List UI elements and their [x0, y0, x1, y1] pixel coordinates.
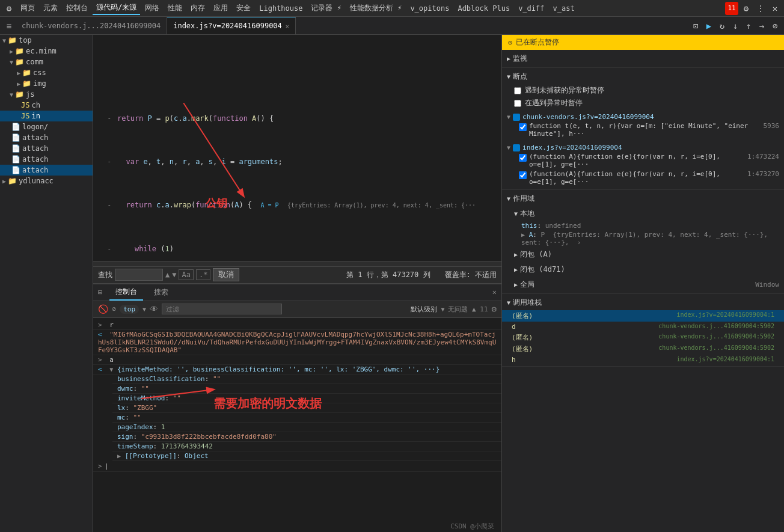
toolbar-sources[interactable]: 源代码/来源 — [93, 1, 140, 15]
closure-a-label: 闭包 (A) — [520, 249, 552, 260]
field-sign: sign: "c9931b3d8f222bbcebfacde8fdd0fa80" — [112, 432, 501, 442]
callstack-header[interactable]: ▼ 调用堆栈 — [502, 295, 784, 310]
close-console-icon[interactable]: ✕ — [492, 288, 497, 296]
tree-item-js[interactable]: ▼ 📁 js — [0, 89, 93, 100]
filter-dropdown-icon[interactable]: ▼ — [142, 306, 146, 313]
breakpoint-arrow-index[interactable]: ▼ — [507, 144, 510, 151]
tree-item-in[interactable]: JS in — [0, 111, 93, 121]
tab-nav-icon[interactable]: ≡ — [2, 19, 16, 32]
tree-label-top: top — [19, 36, 32, 44]
tab-scroll-icon[interactable]: ⊡ — [689, 19, 702, 32]
toolbar-performance[interactable]: 性能 — [164, 2, 186, 14]
horizontal-scrollbar[interactable] — [93, 261, 501, 266]
bp-chunk-checkbox[interactable] — [519, 123, 527, 131]
tree-item-logon[interactable]: 📄 logon/ — [0, 121, 93, 132]
search-down-icon[interactable]: ▼ — [172, 271, 176, 279]
close-icon[interactable]: ✕ — [768, 2, 782, 15]
tab-index-js[interactable]: index.js?v=20240416099004 ✕ — [167, 17, 296, 34]
toolbar-webpage[interactable]: 网页 — [17, 2, 38, 14]
callstack-item-d[interactable]: d chunk-vendors.j...416099004:5902 — [502, 322, 784, 332]
tree-item-comm[interactable]: ▼ 📁 comm — [0, 57, 93, 67]
settings-icon[interactable]: ⚙ — [740, 2, 753, 15]
toolbar-memory[interactable]: 内存 — [187, 2, 209, 14]
toolbar-vopitons[interactable]: v_opitons — [406, 3, 453, 14]
toolbar-vast[interactable]: v_ast — [549, 3, 578, 14]
tree-item-ch[interactable]: JS ch — [0, 100, 93, 111]
filter-input[interactable] — [162, 304, 282, 314]
aa-button[interactable]: Aa — [179, 269, 193, 280]
checkbox-caught-input[interactable] — [514, 100, 521, 107]
file-icon-in: JS — [21, 112, 29, 120]
search-up-icon[interactable]: ▲ — [165, 271, 170, 279]
tab-chunk-vendors[interactable]: chunk-vendors.j...20240416099004 — [16, 17, 167, 34]
regex-button[interactable]: .* — [196, 269, 210, 280]
toolbar-application[interactable]: 应用 — [210, 2, 231, 14]
cancel-search-button[interactable]: 取消 — [213, 268, 239, 281]
debug-step-out-icon[interactable]: ↑ — [742, 19, 755, 32]
bp-index1-checkbox[interactable] — [519, 154, 527, 162]
file-tree[interactable]: ▼ 📁 top ▶ 📁 ec.minm ▼ 📁 comm ▶ 📁 css ▶ 📁… — [0, 35, 93, 532]
toolbar-perf-insights[interactable]: 性能数据分析 ⚡ — [346, 2, 405, 14]
toolbar-security[interactable]: 安全 — [233, 2, 254, 14]
tab-console[interactable]: 控制台 — [109, 284, 143, 301]
section-breakpoints-header[interactable]: ▼ 断点 — [502, 69, 784, 84]
checkbox-uncaught-input[interactable] — [514, 87, 521, 94]
console-panel: ⊟ 控制台 搜索 ✕ 🚫 ⊘ top ▼ 👁 默认级别 ▼ 无问题 ▲ 11 ⚙ — [93, 283, 501, 533]
callstack-item-h[interactable]: h index.js?v=20240416099004:1 — [502, 355, 784, 365]
callstack-item-0[interactable]: (匿名) index.js?v=20240416099004:1 — [502, 310, 784, 322]
clear-console-icon[interactable]: 🚫 — [98, 304, 108, 314]
callstack-item-2[interactable]: (匿名) chunk-vendors.j...416099004:5902 — [502, 343, 784, 355]
tree-item-attach1[interactable]: 📄 attach — [0, 132, 93, 143]
toolbar-lighthouse[interactable]: Lighthouse — [256, 3, 306, 14]
bp-index-item1: (function A){function e(e){for(var n, r,… — [507, 153, 779, 168]
level-selector[interactable]: 默认级别 — [411, 305, 437, 314]
tab-search[interactable]: 搜索 — [148, 285, 174, 300]
tree-item-attach4[interactable]: 📄 attach — [0, 165, 93, 176]
debug-deactivate-icon[interactable]: ⊘ — [768, 19, 782, 32]
tree-item-attach3[interactable]: 📄 attach — [0, 154, 93, 165]
callstack-item-1[interactable]: (匿名) chunk-vendors.j...416099004:5902 — [502, 332, 784, 343]
section-scope: ▼ 作用域 ▼ 本地 this: undefined ▶ A: P {tryEn… — [502, 190, 784, 294]
filter-icon[interactable]: ⊘ — [112, 305, 116, 313]
debug-step-icon[interactable]: → — [755, 19, 768, 32]
tree-item-ecminm[interactable]: ▶ 📁 ec.minm — [0, 46, 93, 57]
tree-item-css[interactable]: ▶ 📁 css — [0, 67, 93, 78]
devtools-icon[interactable]: ⚙ — [2, 2, 16, 15]
tree-item-top[interactable]: ▼ 📁 top — [0, 35, 93, 46]
closure-a-header[interactable]: ▶ 闭包 (A) — [509, 247, 784, 262]
tab-close-icon[interactable]: ✕ — [286, 23, 289, 29]
global-header[interactable]: ▶ 全局 Window — [509, 277, 784, 292]
more-icon[interactable]: ⋮ — [754, 2, 767, 15]
file-icon-logon: 📄 — [11, 123, 20, 131]
bp-index2-checkbox[interactable] — [519, 171, 527, 179]
debug-resume-icon[interactable]: ▶ — [702, 19, 715, 32]
eye-icon[interactable]: 👁 — [150, 304, 158, 314]
toolbar-console[interactable]: 控制台 — [63, 2, 91, 14]
search-input[interactable] — [115, 269, 163, 281]
top-toolbar: ⚙ 网页 元素 控制台 源代码/来源 网络 性能 内存 应用 安全 Lighth… — [0, 0, 784, 17]
code-editor[interactable]: - return P = p(c.a.mark(function A() { -… — [93, 35, 501, 283]
toolbar-elements[interactable]: 元素 — [40, 2, 61, 14]
debug-step-into-icon[interactable]: ↓ — [729, 19, 742, 32]
toolbar-recorder[interactable]: 记录器 ⚡ — [307, 2, 345, 14]
tree-item-attach2[interactable]: 📄 attach — [0, 143, 93, 154]
toolbar-vdiff[interactable]: v_diff — [515, 3, 548, 14]
section-scope-header[interactable]: ▼ 作用域 — [502, 191, 784, 206]
debug-step-over-icon[interactable]: ↻ — [715, 19, 729, 32]
local-header[interactable]: ▼ 本地 — [509, 206, 784, 221]
toolbar-adblock[interactable]: Adblock Plus — [454, 3, 513, 14]
section-watch-header[interactable]: ▶ 监视 — [502, 51, 784, 66]
breakpoint-arrow-chunk[interactable]: ▼ — [507, 114, 510, 120]
console-input-line[interactable]: > | — [93, 461, 501, 472]
expand-icon[interactable]: ▼ — [109, 366, 113, 373]
tree-item-img[interactable]: ▶ 📁 img — [0, 78, 93, 89]
console-content[interactable]: > r < "MIGfMAoGCSqGSIb3DQEBAQUAA4GNADCBi… — [93, 318, 501, 521]
toolbar-network[interactable]: 网络 — [141, 2, 163, 14]
tree-item-ydlunacc[interactable]: ▶ 📁 ydlunacc — [0, 176, 93, 186]
field-lx: lx: "ZBGG" — [112, 403, 501, 413]
callstack-label: 调用堆栈 — [513, 298, 542, 308]
code-content[interactable]: - return P = p(c.a.mark(function A() { -… — [93, 35, 501, 261]
closure-4d71-header[interactable]: ▶ 闭包 (4d71) — [509, 262, 784, 277]
settings-console-icon[interactable]: ⚙ — [492, 304, 497, 314]
level-dropdown-icon[interactable]: ▼ — [441, 306, 444, 313]
